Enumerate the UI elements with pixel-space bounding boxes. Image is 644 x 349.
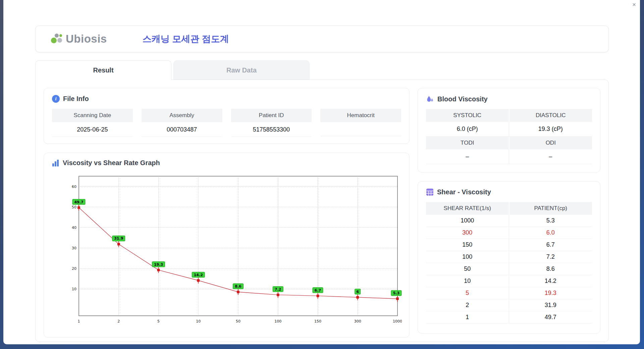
right-column: Blood Viscosity SYSTOLIC DIASTOLIC 6.0 (… — [418, 88, 600, 334]
svg-text:10: 10 — [72, 287, 76, 291]
app-window: × Ubiosis 스캐닝 모세관 점도계 Result Raw Data — [3, 0, 640, 344]
table-cell-shear: 10 — [426, 275, 509, 287]
blood-viscosity-card: Blood Viscosity SYSTOLIC DIASTOLIC 6.0 (… — [418, 88, 600, 172]
bv-value-odi: – — [509, 149, 592, 164]
field-patient-id: Patient ID 51758553300 — [231, 109, 312, 137]
tab-raw-data-label: Raw Data — [226, 66, 257, 74]
svg-text:300: 300 — [354, 319, 361, 323]
tab-raw-data[interactable]: Raw Data — [173, 60, 310, 80]
bv-header-odi: ODI — [509, 137, 592, 149]
field-value: 51758553300 — [231, 122, 312, 137]
table-cell-patient: 6.0 — [509, 227, 592, 239]
table-cell-patient: 31.9 — [509, 299, 592, 311]
table-cell-patient: 5.3 — [509, 215, 592, 227]
viscosity-shear-chart: 1020304050601251050100150300100049.731.9… — [65, 173, 401, 331]
bv-value-todi: – — [426, 149, 509, 164]
svg-text:1: 1 — [78, 319, 80, 323]
ubiosis-logo: Ubiosis — [50, 32, 107, 46]
table-cell-shear: 1000 — [426, 215, 509, 227]
table-cell-patient: 49.7 — [509, 311, 592, 323]
field-label: Assembly — [142, 109, 222, 122]
svg-text:100: 100 — [274, 319, 281, 323]
svg-text:5.3: 5.3 — [393, 291, 400, 295]
svg-text:7.2: 7.2 — [275, 287, 281, 292]
column-header-patient: PATIENT(cp) — [509, 202, 592, 215]
table-cell-patient: 6.7 — [509, 239, 592, 251]
table-cell-shear: 50 — [426, 263, 509, 275]
page-title: 스캐닝 모세관 점도계 — [143, 33, 229, 45]
svg-text:10: 10 — [196, 319, 201, 323]
field-scanning-date: Scanning Date 2025-06-25 — [52, 109, 133, 137]
shear-viscosity-table: SHEAR RATE(1/s) PATIENT(cp) 1000 5.3 300… — [426, 202, 592, 323]
table-grid-icon — [426, 188, 434, 196]
tab-bar: Result Raw Data — [35, 60, 609, 80]
svg-text:8.6: 8.6 — [235, 284, 241, 289]
blood-viscosity-title-row: Blood Viscosity — [426, 95, 592, 103]
table-cell-shear: 5 — [426, 287, 509, 299]
graph-title: Viscosity vs Shear Rate Graph — [63, 159, 160, 167]
column-header-shear-rate: SHEAR RATE(1/s) — [426, 202, 509, 215]
logo-text: Ubiosis — [66, 33, 107, 45]
bar-chart-icon — [52, 159, 59, 167]
file-info-title-row: i File Info — [52, 95, 401, 103]
bv-value-diastolic: 19.3 (cP) — [509, 122, 592, 137]
shear-viscosity-card: Shear - Viscosity SHEAR RATE(1/s) PATIEN… — [418, 181, 600, 334]
field-label: Hematocrit — [320, 109, 401, 122]
field-value — [320, 122, 401, 136]
field-label: Scanning Date — [52, 109, 133, 122]
table-cell-patient: 14.2 — [509, 275, 592, 287]
close-icon[interactable]: × — [632, 1, 636, 8]
svg-text:40: 40 — [72, 226, 76, 230]
blood-viscosity-title: Blood Viscosity — [437, 95, 488, 103]
svg-text:30: 30 — [72, 246, 76, 250]
svg-text:19.3: 19.3 — [154, 262, 163, 267]
table-cell-shear: 100 — [426, 251, 509, 263]
table-cell-shear: 300 — [426, 227, 509, 239]
graph-title-row: Viscosity vs Shear Rate Graph — [52, 159, 401, 167]
droplets-icon — [426, 95, 434, 103]
field-assembly: Assembly 000703487 — [142, 109, 222, 137]
svg-text:50: 50 — [72, 205, 76, 209]
field-value: 2025-06-25 — [52, 122, 133, 137]
content-area: Ubiosis 스캐닝 모세관 점도계 Result Raw Data i Fi… — [3, 0, 640, 342]
tab-result-label: Result — [93, 66, 113, 74]
svg-text:49.7: 49.7 — [74, 200, 83, 204]
field-hematocrit: Hematocrit — [320, 109, 401, 137]
shear-viscosity-title: Shear - Viscosity — [437, 188, 491, 196]
table-cell-shear: 2 — [426, 299, 509, 311]
svg-text:14.2: 14.2 — [194, 273, 203, 277]
table-cell-patient: 7.2 — [509, 251, 592, 263]
info-icon: i — [52, 95, 60, 103]
table-cell-shear: 1 — [426, 311, 509, 323]
file-info-title: File Info — [63, 95, 89, 103]
file-info-card: i File Info Scanning Date 2025-06-25 Ass… — [44, 88, 410, 144]
svg-text:6.7: 6.7 — [315, 288, 321, 293]
svg-text:31.9: 31.9 — [114, 236, 123, 241]
tab-result[interactable]: Result — [35, 60, 171, 80]
svg-text:150: 150 — [314, 319, 321, 323]
bv-header-todi: TODI — [426, 137, 509, 149]
field-value: 000703487 — [142, 122, 222, 137]
svg-text:6: 6 — [356, 290, 359, 294]
svg-text:1000: 1000 — [393, 319, 402, 323]
bv-header-diastolic: DIASTOLIC — [509, 109, 592, 122]
field-label: Patient ID — [231, 109, 312, 122]
file-info-grid: Scanning Date 2025-06-25 Assembly 000703… — [52, 109, 401, 137]
table-cell-shear: 150 — [426, 239, 509, 251]
blood-viscosity-table: SYSTOLIC DIASTOLIC 6.0 (cP) 19.3 (cP) TO… — [426, 109, 592, 164]
table-cell-patient: 8.6 — [509, 263, 592, 275]
bv-value-systolic: 6.0 (cP) — [426, 122, 509, 137]
svg-text:50: 50 — [236, 319, 240, 323]
ubiosis-logo-icon — [50, 32, 63, 46]
svg-text:2: 2 — [117, 319, 120, 323]
svg-text:20: 20 — [72, 266, 76, 271]
svg-text:5: 5 — [157, 319, 160, 323]
table-cell-patient: 19.3 — [509, 287, 592, 299]
bv-header-systolic: SYSTOLIC — [426, 109, 509, 122]
viscosity-graph-card: Viscosity vs Shear Rate Graph 1020304050… — [44, 153, 410, 338]
shear-viscosity-title-row: Shear - Viscosity — [426, 188, 592, 196]
header-card: Ubiosis 스캐닝 모세관 점도계 — [35, 26, 609, 52]
svg-text:60: 60 — [72, 185, 76, 189]
main-panel: i File Info Scanning Date 2025-06-25 Ass… — [35, 80, 609, 342]
left-column: i File Info Scanning Date 2025-06-25 Ass… — [44, 88, 410, 334]
